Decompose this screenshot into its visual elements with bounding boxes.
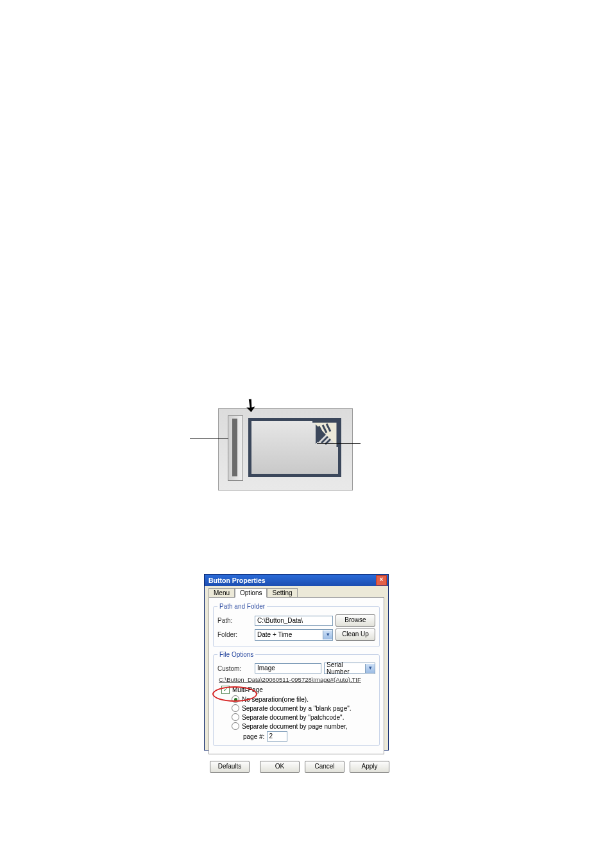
chevron-down-icon: ▾ — [323, 630, 332, 639]
leader-line-right — [317, 443, 361, 444]
radio-patchcode-label: Separate document by "patchcode". — [242, 714, 344, 721]
custom-input[interactable]: Image — [255, 663, 321, 673]
tab-panel-options: Path and Folder Path: C:\Button_Data\ Br… — [208, 597, 384, 754]
defaults-button[interactable]: Defaults — [210, 761, 250, 773]
browse-button[interactable]: Browse — [336, 614, 375, 627]
label-page-number: page #: — [243, 733, 264, 740]
apply-button[interactable]: Apply — [350, 761, 389, 773]
legend-path-and-folder: Path and Folder — [217, 603, 267, 610]
dialog-title: Button Properties — [208, 575, 266, 586]
folder-combo[interactable]: Date + Time ▾ — [255, 629, 333, 641]
tab-setting[interactable]: Setting — [267, 588, 297, 597]
folder-combo-value: Date + Time — [255, 631, 323, 638]
chevron-down-icon: ▾ — [365, 664, 375, 673]
document-icon — [248, 418, 341, 477]
numbering-combo-value: Serial Number — [325, 661, 365, 675]
feeder-slot — [228, 415, 243, 481]
radio-patchcode[interactable] — [232, 713, 239, 721]
scanner-button-icon — [218, 408, 353, 490]
radio-blank-page-label: Separate document by a "blank page". — [242, 705, 352, 712]
close-icon[interactable]: × — [376, 575, 387, 586]
path-input[interactable]: C:\Button_Data\ — [255, 616, 333, 626]
radio-no-separation-label: No separation(one file). — [242, 696, 309, 703]
group-file-options: File Options Custom: Image Serial Number… — [213, 651, 380, 746]
radio-page-number[interactable] — [232, 722, 239, 730]
filename-preview: C:\Button_Data\20060511-095728\Image#(Au… — [219, 676, 375, 683]
tab-menu[interactable]: Menu — [208, 588, 235, 597]
numbering-combo[interactable]: Serial Number ▾ — [324, 663, 375, 674]
leader-line-left — [190, 438, 228, 438]
legend-file-options: File Options — [217, 651, 255, 658]
button-properties-dialog: Button Properties × Menu Options Setting… — [204, 574, 389, 751]
tab-options[interactable]: Options — [235, 588, 267, 598]
titlebar[interactable]: Button Properties × — [205, 575, 388, 586]
radio-page-number-label: Separate document by page number, — [242, 723, 348, 730]
radio-no-separation[interactable] — [232, 695, 239, 703]
cleanup-button[interactable]: Clean Up — [336, 629, 375, 641]
radio-blank-page[interactable] — [232, 704, 239, 712]
cancel-button[interactable]: Cancel — [305, 761, 344, 773]
dialog-footer: Defaults OK Cancel Apply — [205, 758, 388, 777]
label-folder: Folder: — [217, 631, 252, 638]
group-path-and-folder: Path and Folder Path: C:\Button_Data\ Br… — [213, 603, 380, 647]
page-number-input[interactable]: 2 — [267, 731, 287, 742]
tab-strip: Menu Options Setting — [208, 588, 388, 597]
label-path: Path: — [217, 617, 252, 624]
ok-button[interactable]: OK — [260, 761, 300, 773]
multipage-label: Multi-Page — [232, 686, 263, 693]
label-custom: Custom: — [217, 665, 252, 672]
multipage-checkbox[interactable]: ✓ — [221, 686, 230, 694]
